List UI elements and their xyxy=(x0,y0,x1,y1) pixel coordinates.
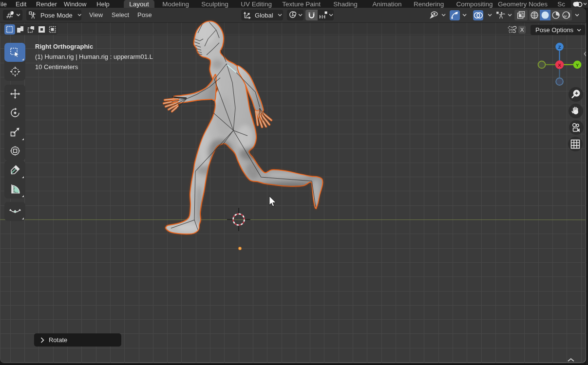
svg-text:X: X xyxy=(558,62,561,68)
svg-text:Y: Y xyxy=(576,62,579,68)
svg-text:Z: Z xyxy=(558,44,561,50)
